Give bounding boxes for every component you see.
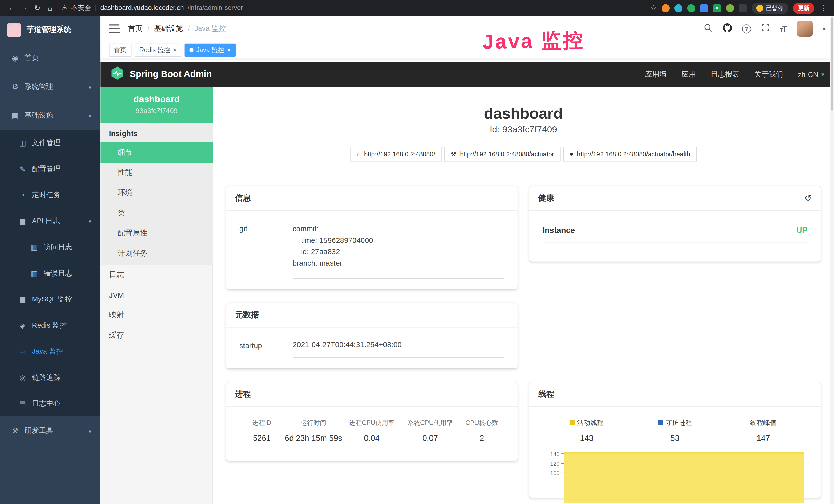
tab-home[interactable]: 首页 <box>109 43 132 57</box>
endpoint-chip-health[interactable]: ♥ http://192.168.0.2:48080/actuator/heal… <box>563 147 697 162</box>
page-scrollbar[interactable] <box>830 16 834 504</box>
sidebar-item-dev-tools[interactable]: ⚒ 研发工具 ∨ <box>0 416 101 445</box>
scrollbar-thumb[interactable] <box>831 18 833 110</box>
sidebar-item-access-logs[interactable]: ▥ 访问日志 <box>0 234 101 260</box>
sba-nav-journal[interactable]: 日志报表 <box>711 70 740 79</box>
sba-item-config-props[interactable]: 配置属性 <box>101 223 213 244</box>
sba-item-mappings[interactable]: 映射 <box>101 305 213 325</box>
sba-item-environment[interactable]: 环境 <box>101 183 213 203</box>
close-icon[interactable]: × <box>227 47 231 53</box>
page-title: dashboard <box>226 105 821 122</box>
extension-icon-2[interactable] <box>675 4 682 12</box>
sba-item-jvm[interactable]: JVM <box>101 285 213 305</box>
forward-icon[interactable]: → <box>18 4 31 12</box>
extension-icon-4[interactable] <box>700 4 708 12</box>
sidebar-item-scheduled-jobs[interactable]: ◔ 定时任务 <box>0 182 101 208</box>
threads-legend: 活动线程 143 守护进程 53 线程峰值 <box>543 412 807 442</box>
sidebar-item-api-logs[interactable]: ▤ API 日志 ∧ <box>0 208 101 234</box>
sidebar-item-file-management[interactable]: ◫ 文件管理 <box>0 130 101 156</box>
metadata-value: 2021-04-27T00:44:31.254+08:00 <box>292 340 504 358</box>
dashboard-icon: ◉ <box>10 54 20 62</box>
sba-lang-select[interactable]: zh-CN ▾ <box>798 70 825 78</box>
search-icon[interactable] <box>704 23 712 34</box>
address-bar[interactable]: ⚠ 不安全 | dashboard.yudao.iocoder.cn/infra… <box>62 3 650 12</box>
endpoint-chip-actuator[interactable]: ⚒ http://192.168.0.2:48080/actuator <box>444 147 561 162</box>
sba-item-classes[interactable]: 类 <box>101 203 213 223</box>
home-icon[interactable]: ⌂ <box>44 4 57 12</box>
avatar-caret-icon[interactable]: ▾ <box>823 26 825 31</box>
process-metrics: 进程ID 5261 运行时间 6d 23h 15m 59s <box>239 412 504 450</box>
tab-redis-monitor[interactable]: Redis 监控 × <box>135 43 181 57</box>
sba-item-performance[interactable]: 性能 <box>101 163 213 183</box>
bookmark-star-icon[interactable]: ☆ <box>650 4 657 12</box>
extension-icon-6[interactable] <box>726 4 734 12</box>
sba-nav-about[interactable]: 关于我们 <box>754 70 783 79</box>
user-avatar[interactable] <box>797 21 813 37</box>
sba-instance-header[interactable]: dashboard 93a3fc7f7409 <box>101 87 213 123</box>
font-size-icon[interactable]: TT <box>780 24 787 33</box>
info-card: 信息 git commit: time: 1596289704000 id: 2… <box>226 186 518 289</box>
topbar-icons: ? TT ▾ <box>704 21 826 37</box>
sba-item-logs[interactable]: 日志 <box>101 265 213 285</box>
sba-nav-wallboard[interactable]: 应用墙 <box>645 70 666 79</box>
paused-badge[interactable]: 已暂停 <box>751 2 788 13</box>
sba-item-caches[interactable]: 缓存 <box>101 325 213 346</box>
update-label: 更新 <box>798 4 810 12</box>
breadcrumb-infrastructure[interactable]: 基础设施 <box>154 24 183 33</box>
metric-pid: 进程ID 5261 <box>239 418 284 450</box>
sidebar-item-home[interactable]: ◉ 首页 <box>0 44 101 72</box>
sidebar-item-system-management[interactable]: ⚙ 系统管理 ∨ <box>0 72 101 101</box>
legend-daemon-threads[interactable]: 守护进程 53 <box>631 418 719 442</box>
app-logo-row[interactable]: 芋道管理系统 <box>0 16 101 44</box>
redis-icon: ◈ <box>18 321 27 329</box>
fullscreen-icon[interactable] <box>761 23 770 34</box>
sidebar-item-mysql-monitor[interactable]: ▦ MySQL 监控 <box>0 286 101 312</box>
hamburger-icon[interactable] <box>109 24 120 33</box>
access-log-icon: ▥ <box>30 243 39 251</box>
app-brand: 芋道管理系统 <box>27 25 71 35</box>
sba-navbar: Spring Boot Admin 应用墙 应用 日志报表 关于我们 zh-CN… <box>101 62 834 87</box>
sidebar-item-log-center[interactable]: ▤ 日志中心 <box>0 390 101 416</box>
breadcrumb: 首页 / 基础设施 / Java 监控 <box>128 24 226 33</box>
history-icon[interactable]: ↺ <box>805 193 812 203</box>
chevron-up-icon: ∧ <box>88 112 92 118</box>
tabs-view: 首页 Redis 监控 × Java 监控 × <box>101 42 834 59</box>
browser-menu-icon[interactable]: ⋮ <box>819 4 829 12</box>
endpoint-chips: ⌂ http://192.168.0.2:48080/ ⚒ http://192… <box>226 147 821 162</box>
sba-item-scheduled-tasks[interactable]: 计划任务 <box>101 244 213 264</box>
api-log-icon: ▤ <box>18 217 27 225</box>
health-card: 健康 ↺ Instance UP <box>529 186 821 261</box>
tab-java-monitor[interactable]: Java 监控 × <box>185 43 236 57</box>
back-icon[interactable]: ← <box>5 4 18 12</box>
smiley-icon <box>756 5 763 12</box>
sidebar-item-java-monitor[interactable]: ☕ Java 监控 <box>0 338 101 364</box>
extension-icon-3[interactable] <box>687 4 695 12</box>
sba-item-details[interactable]: 细节 <box>101 142 213 163</box>
sba-nav-applications[interactable]: 应用 <box>681 70 696 79</box>
clock-icon: ◔ <box>18 190 27 199</box>
reload-icon[interactable]: ↻ <box>31 4 44 12</box>
github-icon[interactable] <box>723 23 732 34</box>
sidebar-item-trace[interactable]: ◎ 链路追踪 <box>0 364 101 390</box>
legend-swatch-yellow <box>570 420 575 426</box>
sidebar-item-redis-monitor[interactable]: ◈ Redis 监控 <box>0 312 101 338</box>
heart-icon: ♥ <box>569 151 573 158</box>
legend-live-threads[interactable]: 活动线程 143 <box>543 418 631 442</box>
extension-icon-1[interactable] <box>662 4 670 12</box>
extension-on-badge[interactable]: on <box>713 4 721 12</box>
update-button[interactable]: 更新 <box>793 2 814 13</box>
sba-brand[interactable]: Spring Boot Admin <box>110 66 212 83</box>
sidebar-item-config-management[interactable]: ✎ 配置管理 <box>0 156 101 182</box>
main-column: 首页 / 基础设施 / Java 监控 ? <box>101 16 834 504</box>
metric-system-cpu: 系统CPU使用率 0.07 <box>401 418 459 450</box>
extension-puzzle-icon[interactable] <box>739 4 747 12</box>
metadata-key: startup <box>239 340 292 358</box>
process-card: 进程 进程ID 5261 运行时间 <box>226 382 518 461</box>
sba-insights-section: Insights 细节 性能 环境 类 配置属性 计划任务 <box>101 123 213 265</box>
sidebar-item-error-logs[interactable]: ▥ 错误日志 <box>0 260 101 286</box>
breadcrumb-home[interactable]: 首页 <box>128 24 142 33</box>
sidebar-item-infrastructure[interactable]: ▣ 基础设施 ∧ <box>0 101 101 130</box>
help-icon[interactable]: ? <box>742 24 751 33</box>
close-icon[interactable]: × <box>173 47 177 53</box>
endpoint-chip-root[interactable]: ⌂ http://192.168.0.2:48080/ <box>350 147 441 162</box>
